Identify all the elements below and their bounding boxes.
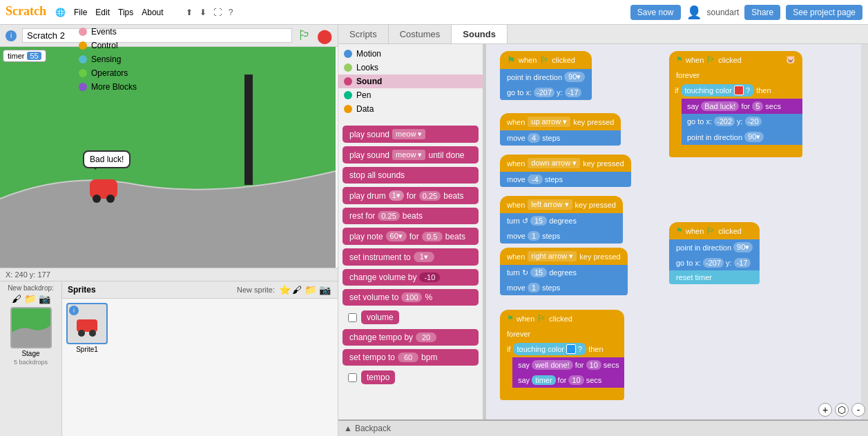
sound-dropdown-2[interactable]: meow ▾ bbox=[392, 150, 425, 160]
backdrop-paint-icon[interactable]: 🖌 bbox=[12, 293, 21, 304]
bad-luck-input[interactable]: Bad luck! bbox=[701, 101, 739, 111]
tempo-check[interactable] bbox=[348, 373, 357, 382]
tempo-reporter[interactable]: tempo bbox=[361, 370, 395, 384]
file-menu[interactable]: File bbox=[74, 8, 87, 17]
save-button[interactable]: Save now bbox=[630, 5, 681, 20]
move-4-steps[interactable]: move 4 steps bbox=[500, 130, 621, 146]
when-clicked-hat-8[interactable]: ⚑ when 🏳 clicked bbox=[669, 222, 760, 239]
if-hat-6[interactable]: if touching color ? then bbox=[500, 341, 624, 357]
y-input-8[interactable]: -17 bbox=[734, 258, 751, 268]
drum-beats-input[interactable]: 0.25 bbox=[419, 191, 441, 201]
block-play-drum[interactable]: play drum 1▾ for 0.25 beats bbox=[343, 187, 479, 204]
volume-reporter[interactable]: volume bbox=[361, 310, 399, 324]
x-input-7[interactable]: -202 bbox=[714, 117, 735, 126]
rest-beats-input[interactable]: 0.25 bbox=[378, 211, 399, 221]
y-input-7[interactable]: -20 bbox=[745, 117, 762, 126]
when-clicked-hat-1[interactable]: ⚑ when 🏳 clicked bbox=[500, 51, 592, 69]
secs-input-6a[interactable]: 10 bbox=[586, 360, 601, 370]
help-icon[interactable]: ? bbox=[229, 8, 233, 17]
stop-button[interactable]: ⬤ bbox=[317, 28, 332, 44]
point-direction-block[interactable]: point in direction 90▾ bbox=[500, 69, 592, 85]
block-play-sound[interactable]: play sound meow ▾ bbox=[343, 126, 479, 143]
globe-icon[interactable]: 🌐 bbox=[55, 8, 66, 17]
down-arrow-hat[interactable]: when down arrow ▾ key pressed bbox=[500, 155, 631, 172]
zoom-fit-button[interactable]: ⬡ bbox=[835, 403, 849, 417]
block-set-tempo[interactable]: set tempo to 60 bpm bbox=[343, 349, 479, 366]
block-set-volume[interactable]: set volume to 100 % bbox=[343, 289, 479, 306]
script-canvas[interactable]: ⚑ when 🏳 clicked point in direction 90▾ … bbox=[486, 44, 868, 419]
see-project-button[interactable]: See project page bbox=[786, 5, 862, 20]
up-arrow-dropdown[interactable]: up arrow ▾ bbox=[528, 117, 570, 127]
download-icon[interactable]: ⬇ bbox=[200, 8, 206, 17]
say-welldone-block[interactable]: say well done! for 10 secs bbox=[512, 357, 624, 373]
zoom-in-button[interactable]: + bbox=[818, 403, 832, 417]
cat-data[interactable]: Data bbox=[338, 102, 483, 116]
sprite-upload-icon[interactable]: 📁 bbox=[305, 284, 316, 295]
move-minus4-steps[interactable]: move -4 steps bbox=[500, 172, 631, 187]
go-to-xy-8[interactable]: go to x: -207 y: -17 bbox=[669, 255, 760, 270]
move-input-4[interactable]: 1 bbox=[528, 231, 540, 241]
volume-change-input[interactable]: -10 bbox=[419, 272, 440, 282]
backpack-expand-icon[interactable]: ▲ bbox=[344, 424, 352, 433]
note-input[interactable]: 60▾ bbox=[386, 231, 407, 241]
move-input-2[interactable]: 4 bbox=[528, 133, 540, 143]
instrument-input[interactable]: 1▾ bbox=[414, 252, 434, 262]
sound-dropdown-1[interactable]: meow ▾ bbox=[392, 129, 425, 139]
move-input-5[interactable]: 1 bbox=[528, 283, 540, 293]
move-input-3[interactable]: -4 bbox=[528, 175, 543, 184]
sprite-camera-icon[interactable]: 📷 bbox=[319, 284, 331, 295]
secs-input-6b[interactable]: 10 bbox=[568, 375, 584, 385]
dir-input-8[interactable]: 90▾ bbox=[733, 242, 753, 252]
turn-input-4[interactable]: 15 bbox=[530, 216, 547, 226]
cat-sound[interactable]: Sound bbox=[338, 75, 483, 88]
touching-color-7[interactable]: touching color ? bbox=[681, 84, 755, 97]
backdrop-upload-icon[interactable]: 📁 bbox=[24, 293, 36, 304]
go-to-xy-7[interactable]: go to x: -202 y: -20 bbox=[682, 114, 802, 129]
up-arrow-hat[interactable]: when up arrow ▾ key pressed bbox=[500, 113, 621, 130]
volume-input[interactable]: 100 bbox=[401, 293, 422, 302]
when-clicked-hat-7[interactable]: ⚑ when 🏳 clicked 🐷 bbox=[669, 51, 802, 68]
vertical-scrollbar[interactable] bbox=[861, 44, 868, 419]
stage-thumbnail[interactable]: Stage 5 backdrops bbox=[10, 307, 52, 366]
note-beats-input[interactable]: 0.5 bbox=[422, 232, 443, 241]
sprite-star-icon[interactable]: ⭐ bbox=[279, 284, 291, 295]
turn-input-5[interactable]: 15 bbox=[530, 268, 547, 277]
backdrop-camera-icon[interactable]: 📷 bbox=[39, 293, 50, 304]
point-direction-8[interactable]: point in direction 90▾ bbox=[669, 239, 760, 255]
block-play-note[interactable]: play note 60▾ for 0.5 beats bbox=[343, 228, 479, 245]
secs-input-7a[interactable]: 5 bbox=[752, 101, 763, 111]
forever-hat-6[interactable]: forever bbox=[500, 327, 624, 341]
volume-check[interactable] bbox=[348, 313, 357, 322]
cat-looks[interactable]: Looks bbox=[338, 61, 483, 75]
right-arrow-dropdown[interactable]: right arrow ▾ bbox=[528, 251, 577, 261]
y-input-1[interactable]: -17 bbox=[565, 88, 581, 97]
when-clicked-hat-6[interactable]: ⚑ when 🏳 clicked bbox=[500, 310, 624, 327]
about-menu[interactable]: About bbox=[142, 8, 163, 17]
turn-right-block[interactable]: turn ↻ 15 degrees bbox=[500, 265, 628, 280]
tempo-input[interactable]: 60 bbox=[398, 353, 418, 362]
green-flag-button[interactable]: 🏳 bbox=[298, 28, 311, 43]
cat-pen[interactable]: Pen bbox=[338, 88, 483, 102]
right-arrow-hat[interactable]: when right arrow ▾ key pressed bbox=[500, 248, 628, 265]
say-input-6a[interactable]: well done! bbox=[532, 360, 573, 370]
drum-dropdown[interactable]: 1▾ bbox=[389, 190, 404, 201]
say-timer-block[interactable]: say timer for 10 secs bbox=[512, 373, 624, 388]
block-change-tempo[interactable]: change tempo by 20 bbox=[343, 329, 479, 346]
block-change-volume[interactable]: change volume by -10 bbox=[343, 269, 479, 286]
if-hat-7[interactable]: if touching color ? then bbox=[669, 82, 802, 99]
tab-costumes[interactable]: Costumes bbox=[389, 25, 452, 43]
point-direction-7[interactable]: point in direction 90▾ bbox=[682, 129, 802, 145]
sprite-paint-icon[interactable]: 🖌 bbox=[292, 284, 302, 295]
color-swatch-7[interactable] bbox=[734, 86, 744, 95]
block-play-sound-until[interactable]: play sound meow ▾ until done bbox=[343, 146, 479, 164]
block-tempo-checkbox[interactable]: tempo bbox=[343, 369, 479, 386]
share-button[interactable]: Share bbox=[744, 5, 780, 20]
color-swatch-6[interactable] bbox=[566, 344, 576, 354]
tempo-change-input[interactable]: 20 bbox=[416, 333, 436, 342]
down-arrow-dropdown[interactable]: down arrow ▾ bbox=[528, 158, 580, 168]
dir-input-7[interactable]: 90▾ bbox=[744, 132, 764, 142]
move-1-steps-5[interactable]: move 1 steps bbox=[500, 280, 628, 295]
reset-timer-block[interactable]: reset timer bbox=[669, 270, 760, 284]
tips-menu[interactable]: Tips bbox=[118, 8, 133, 17]
go-to-xy-block-1[interactable]: go to x: -207 y: -17 bbox=[500, 85, 592, 100]
